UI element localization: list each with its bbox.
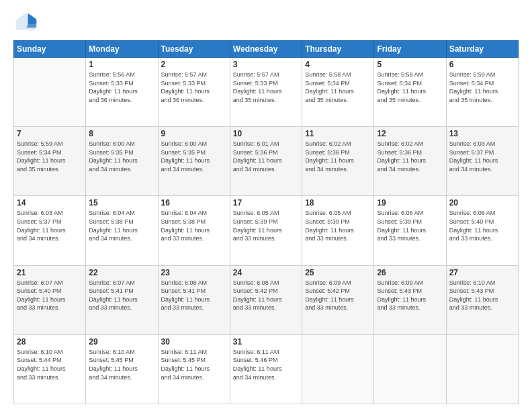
day-number: 5: [377, 60, 443, 69]
header-row: SundayMondayTuesdayWednesdayThursdayFrid…: [14, 41, 519, 58]
week-row-2: 7Sunrise: 5:59 AM Sunset: 5:34 PM Daylig…: [14, 127, 519, 196]
day-number: 9: [161, 129, 227, 138]
day-number: 13: [449, 129, 515, 138]
day-number: 23: [161, 268, 227, 277]
day-info: Sunrise: 5:58 AM Sunset: 5:34 PM Dayligh…: [305, 71, 371, 104]
day-number: 22: [89, 268, 154, 277]
day-number: 7: [17, 129, 83, 138]
calendar-table: SundayMondayTuesdayWednesdayThursdayFrid…: [13, 40, 519, 404]
day-info: Sunrise: 5:57 AM Sunset: 5:33 PM Dayligh…: [233, 71, 299, 104]
day-number: 1: [89, 60, 154, 69]
calendar-cell: 30Sunrise: 6:11 AM Sunset: 5:45 PM Dayli…: [158, 334, 230, 404]
col-header-friday: Friday: [374, 41, 446, 58]
calendar-cell: 1Sunrise: 5:56 AM Sunset: 5:33 PM Daylig…: [86, 58, 158, 127]
calendar-cell: 19Sunrise: 6:06 AM Sunset: 5:39 PM Dayli…: [374, 196, 446, 265]
day-info: Sunrise: 6:10 AM Sunset: 5:43 PM Dayligh…: [449, 279, 515, 312]
day-info: Sunrise: 6:00 AM Sunset: 5:35 PM Dayligh…: [161, 140, 227, 173]
calendar-cell: 4Sunrise: 5:58 AM Sunset: 5:34 PM Daylig…: [302, 58, 374, 127]
page: SundayMondayTuesdayWednesdayThursdayFrid…: [0, 0, 532, 411]
day-info: Sunrise: 6:03 AM Sunset: 5:37 PM Dayligh…: [17, 209, 83, 242]
day-info: Sunrise: 5:58 AM Sunset: 5:34 PM Dayligh…: [377, 71, 443, 104]
calendar-cell: 8Sunrise: 6:00 AM Sunset: 5:35 PM Daylig…: [86, 127, 158, 196]
week-row-4: 21Sunrise: 6:07 AM Sunset: 5:40 PM Dayli…: [14, 265, 519, 334]
calendar-cell: 14Sunrise: 6:03 AM Sunset: 5:37 PM Dayli…: [14, 196, 86, 265]
day-number: 6: [449, 60, 515, 69]
calendar-cell: 12Sunrise: 6:02 AM Sunset: 5:36 PM Dayli…: [374, 127, 446, 196]
day-info: Sunrise: 5:56 AM Sunset: 5:33 PM Dayligh…: [89, 71, 154, 104]
week-row-5: 28Sunrise: 6:10 AM Sunset: 5:44 PM Dayli…: [14, 334, 519, 404]
day-info: Sunrise: 6:06 AM Sunset: 5:39 PM Dayligh…: [377, 209, 443, 242]
calendar-cell: 22Sunrise: 6:07 AM Sunset: 5:41 PM Dayli…: [86, 265, 158, 334]
calendar-cell: 16Sunrise: 6:04 AM Sunset: 5:38 PM Dayli…: [158, 196, 230, 265]
calendar-cell: 31Sunrise: 6:11 AM Sunset: 5:46 PM Dayli…: [230, 334, 302, 404]
day-number: 2: [161, 60, 227, 69]
day-info: Sunrise: 6:05 AM Sunset: 5:39 PM Dayligh…: [233, 209, 299, 242]
col-header-monday: Monday: [86, 41, 158, 58]
calendar-cell: 2Sunrise: 5:57 AM Sunset: 5:33 PM Daylig…: [158, 58, 230, 127]
day-info: Sunrise: 6:07 AM Sunset: 5:41 PM Dayligh…: [89, 279, 154, 312]
day-info: Sunrise: 6:07 AM Sunset: 5:40 PM Dayligh…: [17, 279, 83, 312]
col-header-wednesday: Wednesday: [230, 41, 302, 58]
calendar-cell: 23Sunrise: 6:08 AM Sunset: 5:41 PM Dayli…: [158, 265, 230, 334]
logo-icon: [13, 11, 38, 35]
day-info: Sunrise: 6:08 AM Sunset: 5:41 PM Dayligh…: [161, 279, 227, 312]
day-info: Sunrise: 6:03 AM Sunset: 5:37 PM Dayligh…: [449, 140, 515, 173]
calendar-cell: 6Sunrise: 5:59 AM Sunset: 5:34 PM Daylig…: [446, 58, 518, 127]
svg-marker-2: [28, 13, 37, 24]
day-number: 25: [305, 268, 371, 277]
day-number: 24: [233, 268, 299, 277]
day-info: Sunrise: 6:02 AM Sunset: 5:36 PM Dayligh…: [305, 140, 371, 173]
day-info: Sunrise: 5:59 AM Sunset: 5:34 PM Dayligh…: [449, 71, 515, 104]
day-info: Sunrise: 6:10 AM Sunset: 5:45 PM Dayligh…: [89, 348, 154, 381]
day-number: 29: [89, 337, 154, 347]
col-header-thursday: Thursday: [302, 41, 374, 58]
day-info: Sunrise: 6:11 AM Sunset: 5:45 PM Dayligh…: [161, 348, 227, 381]
calendar-cell: 3Sunrise: 5:57 AM Sunset: 5:33 PM Daylig…: [230, 58, 302, 127]
calendar-cell: 9Sunrise: 6:00 AM Sunset: 5:35 PM Daylig…: [158, 127, 230, 196]
day-info: Sunrise: 6:02 AM Sunset: 5:36 PM Dayligh…: [377, 140, 443, 173]
calendar-cell: 18Sunrise: 6:05 AM Sunset: 5:39 PM Dayli…: [302, 196, 374, 265]
day-info: Sunrise: 6:04 AM Sunset: 5:38 PM Dayligh…: [161, 209, 227, 242]
calendar-cell: [374, 334, 446, 404]
calendar-cell: 21Sunrise: 6:07 AM Sunset: 5:40 PM Dayli…: [14, 265, 86, 334]
calendar-cell: 29Sunrise: 6:10 AM Sunset: 5:45 PM Dayli…: [86, 334, 158, 404]
day-info: Sunrise: 6:01 AM Sunset: 5:36 PM Dayligh…: [233, 140, 299, 173]
day-info: Sunrise: 5:57 AM Sunset: 5:33 PM Dayligh…: [161, 71, 227, 104]
day-info: Sunrise: 6:05 AM Sunset: 5:39 PM Dayligh…: [305, 209, 371, 242]
calendar-cell: 26Sunrise: 6:09 AM Sunset: 5:43 PM Dayli…: [374, 265, 446, 334]
day-number: 11: [305, 129, 371, 138]
day-number: 20: [449, 198, 515, 208]
day-number: 12: [377, 129, 443, 138]
col-header-tuesday: Tuesday: [158, 41, 230, 58]
day-info: Sunrise: 6:10 AM Sunset: 5:44 PM Dayligh…: [17, 348, 83, 381]
calendar-cell: 17Sunrise: 6:05 AM Sunset: 5:39 PM Dayli…: [230, 196, 302, 265]
calendar-cell: 24Sunrise: 6:08 AM Sunset: 5:42 PM Dayli…: [230, 265, 302, 334]
day-number: 3: [233, 60, 299, 69]
day-info: Sunrise: 6:00 AM Sunset: 5:35 PM Dayligh…: [89, 140, 154, 173]
calendar-cell: 7Sunrise: 5:59 AM Sunset: 5:34 PM Daylig…: [14, 127, 86, 196]
day-info: Sunrise: 6:09 AM Sunset: 5:43 PM Dayligh…: [377, 279, 443, 312]
day-number: 31: [233, 337, 299, 347]
col-header-sunday: Sunday: [14, 41, 86, 58]
calendar-cell: 10Sunrise: 6:01 AM Sunset: 5:36 PM Dayli…: [230, 127, 302, 196]
header: [13, 11, 519, 35]
week-row-3: 14Sunrise: 6:03 AM Sunset: 5:37 PM Dayli…: [14, 196, 519, 265]
calendar-cell: 25Sunrise: 6:09 AM Sunset: 5:42 PM Dayli…: [302, 265, 374, 334]
calendar-cell: [14, 58, 86, 127]
logo: [13, 11, 40, 35]
day-info: Sunrise: 6:06 AM Sunset: 5:40 PM Dayligh…: [449, 209, 515, 242]
day-number: 19: [377, 198, 443, 208]
col-header-saturday: Saturday: [446, 41, 518, 58]
calendar-cell: 27Sunrise: 6:10 AM Sunset: 5:43 PM Dayli…: [446, 265, 518, 334]
day-info: Sunrise: 6:04 AM Sunset: 5:38 PM Dayligh…: [89, 209, 154, 242]
calendar-cell: 15Sunrise: 6:04 AM Sunset: 5:38 PM Dayli…: [86, 196, 158, 265]
day-number: 15: [89, 198, 154, 208]
day-number: 17: [233, 198, 299, 208]
calendar-cell: [302, 334, 374, 404]
day-number: 14: [17, 198, 83, 208]
day-number: 27: [449, 268, 515, 277]
day-number: 18: [305, 198, 371, 208]
calendar-cell: 20Sunrise: 6:06 AM Sunset: 5:40 PM Dayli…: [446, 196, 518, 265]
day-number: 21: [17, 268, 83, 277]
day-number: 28: [17, 337, 83, 347]
